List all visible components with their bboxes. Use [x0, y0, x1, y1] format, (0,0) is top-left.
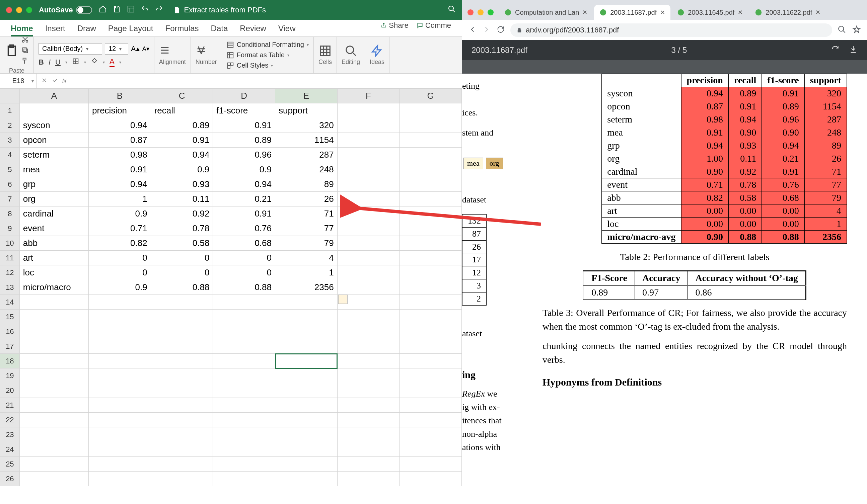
cell-C19[interactable] — [151, 369, 213, 383]
row-header-16[interactable]: 16 — [0, 324, 20, 339]
bold-button[interactable]: B — [39, 58, 44, 67]
cell-D25[interactable] — [213, 457, 275, 472]
cell-C24[interactable] — [151, 442, 213, 457]
row-header-24[interactable]: 24 — [0, 442, 20, 457]
font-size-select[interactable]: 12▾ — [105, 43, 128, 55]
pdf-viewer[interactable]: eting ices. stem and meaorg dataset 1328… — [462, 60, 867, 504]
cell-F25[interactable] — [337, 457, 399, 472]
cell-E17[interactable] — [275, 339, 338, 354]
cell-D4[interactable]: 0.96 — [213, 147, 275, 162]
cell-G13[interactable] — [399, 280, 462, 295]
back-icon[interactable] — [468, 25, 477, 35]
cell-B26[interactable] — [89, 472, 151, 486]
cell-A17[interactable] — [19, 339, 88, 354]
cell-B12[interactable]: 0 — [89, 265, 151, 280]
cell-B6[interactable]: 0.94 — [89, 177, 151, 192]
cell-E22[interactable] — [275, 413, 338, 427]
share-button[interactable]: Share — [381, 21, 408, 33]
tab-data[interactable]: Data — [211, 24, 228, 36]
increase-font-icon[interactable]: A▴ — [131, 44, 140, 53]
cell-F5[interactable] — [337, 162, 399, 177]
cell-F23[interactable] — [337, 427, 399, 442]
border-icon[interactable] — [72, 57, 79, 67]
cell-C25[interactable] — [151, 457, 213, 472]
cell-B20[interactable] — [89, 383, 151, 398]
row-header-23[interactable]: 23 — [0, 427, 20, 442]
cell-G2[interactable] — [399, 118, 462, 133]
cell-C22[interactable] — [151, 413, 213, 427]
cell-D11[interactable]: 0 — [213, 251, 275, 265]
cell-E20[interactable] — [275, 383, 338, 398]
cell-A6[interactable]: grp — [19, 177, 88, 192]
fill-color-icon[interactable] — [91, 57, 98, 67]
cell-D17[interactable] — [213, 339, 275, 354]
cell-E21[interactable] — [275, 398, 338, 413]
zoom-icon[interactable] — [837, 25, 846, 35]
cell-A26[interactable] — [19, 472, 88, 486]
cell-C7[interactable]: 0.11 — [151, 192, 213, 207]
row-header-6[interactable]: 6 — [0, 177, 20, 192]
cell-G4[interactable] — [399, 147, 462, 162]
cell-E4[interactable]: 287 — [275, 147, 338, 162]
download-icon[interactable] — [849, 45, 858, 56]
cell-G1[interactable] — [399, 103, 462, 118]
tab-close-icon[interactable]: ✕ — [815, 9, 821, 16]
conditional-formatting-button[interactable]: Conditional Formatting ▾ — [227, 41, 309, 48]
column-header-F[interactable]: F — [337, 89, 399, 103]
alignment-icon[interactable] — [159, 44, 186, 57]
tab-close-icon[interactable]: ✕ — [660, 9, 665, 16]
cell-G25[interactable] — [399, 457, 462, 472]
cell-B11[interactable]: 0 — [89, 251, 151, 265]
autosave-toggle[interactable]: AutoSave — [39, 6, 92, 14]
underline-button[interactable]: U — [55, 58, 61, 67]
column-header-C[interactable]: C — [151, 89, 213, 103]
cell-G8[interactable] — [399, 207, 462, 221]
cell-G7[interactable] — [399, 192, 462, 207]
cell-C5[interactable]: 0.9 — [151, 162, 213, 177]
row-header-14[interactable]: 14 — [0, 295, 20, 309]
cell-E19[interactable] — [275, 369, 338, 383]
cell-B1[interactable]: precision — [89, 103, 151, 118]
forward-icon[interactable] — [482, 25, 491, 35]
cell-D13[interactable]: 0.88 — [213, 280, 275, 295]
copy-icon[interactable] — [21, 46, 29, 55]
cell-F19[interactable] — [337, 369, 399, 383]
cell-F7[interactable] — [337, 192, 399, 207]
cell-E23[interactable] — [275, 427, 338, 442]
cell-C15[interactable] — [151, 309, 213, 324]
cell-C21[interactable] — [151, 398, 213, 413]
cell-B8[interactable]: 0.9 — [89, 207, 151, 221]
row-header-11[interactable]: 11 — [0, 251, 20, 265]
cell-C10[interactable]: 0.58 — [151, 236, 213, 251]
cell-E12[interactable]: 1 — [275, 265, 338, 280]
row-header-10[interactable]: 10 — [0, 236, 20, 251]
cell-E18[interactable] — [275, 354, 338, 369]
cell-B25[interactable] — [89, 457, 151, 472]
cell-F6[interactable] — [337, 177, 399, 192]
enter-icon[interactable] — [52, 77, 58, 85]
row-header-13[interactable]: 13 — [0, 280, 20, 295]
cell-D8[interactable]: 0.91 — [213, 207, 275, 221]
home-icon[interactable] — [99, 5, 107, 15]
cell-C13[interactable]: 0.88 — [151, 280, 213, 295]
redo-icon[interactable] — [155, 5, 163, 15]
paste-button[interactable] — [5, 44, 19, 58]
cell-C14[interactable] — [151, 295, 213, 309]
cell-B5[interactable]: 0.91 — [89, 162, 151, 177]
cell-C8[interactable]: 0.92 — [151, 207, 213, 221]
cell-C9[interactable]: 0.78 — [151, 221, 213, 236]
cell-A14[interactable] — [19, 295, 88, 309]
cell-F22[interactable] — [337, 413, 399, 427]
browser-tab-2[interactable]: 2003.11645.pdf✕ — [672, 5, 748, 20]
cell-E11[interactable]: 4 — [275, 251, 338, 265]
cell-A16[interactable] — [19, 324, 88, 339]
cell-D12[interactable]: 0 — [213, 265, 275, 280]
spreadsheet-grid[interactable]: ABCDEFG 1precisionrecallf1-scoresupport2… — [0, 88, 462, 504]
cell-F2[interactable] — [337, 118, 399, 133]
cell-C3[interactable]: 0.91 — [151, 133, 213, 147]
cell-A23[interactable] — [19, 427, 88, 442]
row-header-22[interactable]: 22 — [0, 413, 20, 427]
cell-B2[interactable]: 0.94 — [89, 118, 151, 133]
cell-G3[interactable] — [399, 133, 462, 147]
cell-D23[interactable] — [213, 427, 275, 442]
